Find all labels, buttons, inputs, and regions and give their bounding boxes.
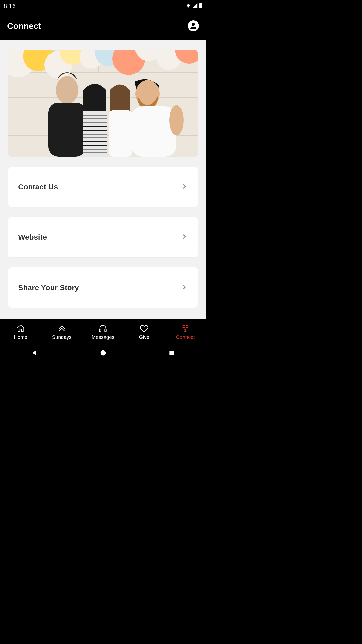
- menu-item-label: Website: [18, 233, 47, 242]
- content-area: Contact Us Website Share Your Story: [0, 40, 206, 319]
- connect-people-icon: [180, 323, 190, 333]
- tab-label: Give: [139, 334, 149, 340]
- system-nav-bar: [0, 344, 206, 362]
- svg-point-34: [56, 76, 78, 104]
- menu-item-website[interactable]: Website: [8, 217, 198, 257]
- chevron-right-icon: [181, 183, 188, 191]
- svg-point-61: [100, 350, 106, 355]
- menu-item-share-your-story[interactable]: Share Your Story: [8, 267, 198, 308]
- tab-label: Connect: [176, 334, 195, 340]
- tab-sundays[interactable]: Sundays: [41, 319, 82, 344]
- device-frame: 8:16 Connect: [0, 0, 206, 362]
- hero-image-card[interactable]: [8, 50, 198, 157]
- tab-home[interactable]: Home: [0, 319, 41, 344]
- svg-point-58: [184, 329, 186, 330]
- menu-item-contact-us[interactable]: Contact Us: [8, 167, 198, 207]
- svg-point-56: [183, 325, 185, 326]
- status-time: 8:16: [4, 3, 16, 10]
- page-title: Connect: [7, 21, 41, 31]
- svg-point-57: [186, 325, 188, 326]
- wifi-icon: [185, 3, 191, 10]
- status-icons: [185, 3, 202, 10]
- hero-illustration: [8, 50, 198, 157]
- chevron-right-icon: [181, 233, 188, 241]
- profile-button[interactable]: [188, 20, 199, 31]
- svg-point-2: [192, 23, 195, 26]
- chevron-up-double-icon: [57, 323, 66, 333]
- bottom-tab-bar: Home Sundays Messages Give Connect: [0, 319, 206, 344]
- system-back-button[interactable]: [31, 349, 38, 357]
- svg-rect-54: [100, 329, 101, 332]
- profile-icon: [188, 20, 199, 31]
- svg-rect-0: [199, 3, 202, 8]
- tab-label: Home: [14, 334, 27, 340]
- svg-rect-35: [48, 103, 86, 157]
- system-recents-button[interactable]: [168, 350, 175, 357]
- svg-rect-1: [200, 3, 201, 3]
- chevron-right-icon: [181, 284, 188, 292]
- svg-rect-55: [105, 329, 106, 332]
- headphones-icon: [98, 323, 107, 333]
- heart-icon: [140, 323, 149, 333]
- tab-give[interactable]: Give: [123, 319, 165, 344]
- menu-item-label: Share Your Story: [18, 283, 79, 292]
- svg-point-53: [169, 105, 184, 135]
- menu-list: Contact Us Website Share Your Story: [8, 167, 198, 308]
- svg-rect-52: [131, 106, 176, 157]
- svg-rect-62: [169, 351, 174, 355]
- tab-messages[interactable]: Messages: [82, 319, 124, 344]
- svg-rect-50: [109, 110, 132, 157]
- home-icon: [16, 323, 25, 333]
- app-bar: Connect: [0, 12, 206, 40]
- tab-label: Messages: [92, 334, 114, 340]
- tab-label: Sundays: [52, 334, 72, 340]
- cell-signal-icon: [192, 3, 198, 9]
- system-home-button[interactable]: [100, 349, 107, 357]
- tab-connect[interactable]: Connect: [165, 319, 206, 344]
- menu-item-label: Contact Us: [18, 183, 58, 191]
- status-bar: 8:16: [0, 0, 206, 12]
- battery-icon: [199, 3, 202, 10]
